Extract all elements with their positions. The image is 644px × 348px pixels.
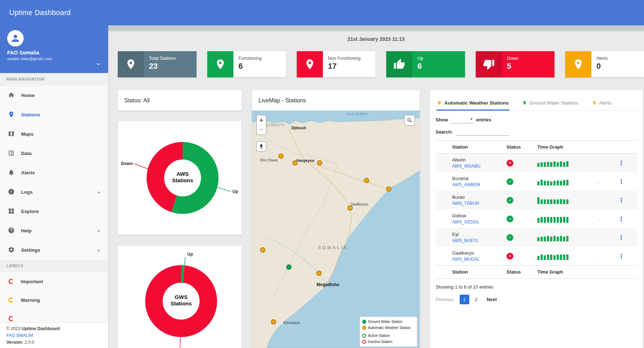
time-graph-sparkline xyxy=(537,252,593,260)
chevron-down-icon[interactable] xyxy=(95,61,102,67)
table-row[interactable]: Burao AWS_TOBUR . ⋮ xyxy=(436,191,637,209)
search-icon xyxy=(407,117,413,124)
kebab-menu-icon[interactable]: ⋮ xyxy=(616,154,637,173)
sidebar-item-help[interactable]: Help + xyxy=(0,221,108,240)
station-marker-aws[interactable] xyxy=(271,320,276,324)
sidebar-item-data[interactable]: Data xyxy=(0,144,108,163)
horizontal-scrollbar[interactable] xyxy=(108,25,644,31)
status-badge xyxy=(507,178,513,185)
sidebar-item-maps[interactable]: Maps xyxy=(0,124,108,144)
aws-donut-chart: Down Up AWS Stations xyxy=(118,121,242,235)
station-marker-aws[interactable] xyxy=(318,161,322,165)
column-header-time-graph[interactable]: Time Graph xyxy=(535,141,595,154)
sidebar-label-warning[interactable]: Warning xyxy=(0,291,108,309)
label-icon xyxy=(9,316,14,321)
copyright-year: © 2023 xyxy=(6,326,20,331)
page-2-button[interactable]: 2 xyxy=(471,295,481,304)
column-footer-status: Status xyxy=(504,266,535,279)
station-marker-aws[interactable] xyxy=(364,178,369,183)
station-code-link[interactable]: AWS_AWBOR xyxy=(452,182,480,187)
important-label-icon xyxy=(9,279,14,284)
version-label: Version: xyxy=(6,340,23,345)
next-page-button[interactable]: Next xyxy=(487,297,497,302)
kebab-menu-icon[interactable]: ⋮ xyxy=(616,247,637,266)
sidebar-label-important[interactable]: Important xyxy=(0,272,108,291)
time-graph-sparkline xyxy=(537,196,593,204)
donut-label-up: Up xyxy=(187,252,193,257)
station-code-link[interactable]: AWS_GEDOL xyxy=(452,219,479,224)
previous-page-button[interactable]: Previous xyxy=(436,297,454,302)
station-marker-aws[interactable] xyxy=(317,271,321,276)
station-marker-aws[interactable] xyxy=(279,154,284,159)
sidebar-item-label: Explore xyxy=(21,209,39,214)
sidebar-item-home[interactable]: Home xyxy=(0,86,108,105)
kebab-menu-icon[interactable]: ⋮ xyxy=(616,191,637,209)
station-marker-aws[interactable] xyxy=(348,206,353,211)
time-graph-sparkline xyxy=(537,233,593,241)
map-label-dire-dawa: Dire Dawa xyxy=(260,158,277,162)
donut-center-line1: AWS xyxy=(176,171,189,177)
download-icon xyxy=(258,144,264,149)
station-code-link[interactable]: AWS_MUGAL xyxy=(452,257,479,262)
table-row[interactable]: Aburin AWS_WGABU . ⋮ xyxy=(436,154,637,173)
map-label-mogadishu: Mogadishu xyxy=(316,282,339,287)
pin-icon xyxy=(592,100,597,106)
sidebar-item-stations[interactable]: Stations xyxy=(0,105,108,124)
station-name: Eyl xyxy=(452,232,502,237)
entries-summary: Showing 1 to 6 of 10 entries xyxy=(436,284,637,290)
tab-automatic-weather-stations[interactable]: Automatic Weather Stations xyxy=(436,97,509,111)
expand-plus-icon[interactable]: + xyxy=(97,189,100,195)
kebab-menu-icon[interactable]: ⋮ xyxy=(616,209,637,228)
legend-item-active-station: Active Station xyxy=(362,333,415,339)
sidebar: FAO Somalia swalim.data@gmail.com MAIN N… xyxy=(0,25,108,348)
zoom-out-button[interactable]: − xyxy=(257,125,266,135)
map-search-button[interactable] xyxy=(404,115,415,126)
station-code-link[interactable]: AWS_TOBUR xyxy=(452,201,479,206)
kebab-menu-icon[interactable]: ⋮ xyxy=(616,228,637,247)
expand-plus-icon[interactable]: + xyxy=(97,247,100,253)
sidebar-item-explore[interactable]: Explore xyxy=(0,202,108,221)
expand-plus-icon[interactable]: + xyxy=(97,228,100,234)
entries-label: entries xyxy=(476,117,492,122)
column-footer xyxy=(595,266,616,279)
map-area[interactable]: Gulf of Aden DJIBOUTI Djibouti Dire Dawa… xyxy=(252,111,420,348)
user-panel[interactable]: FAO Somalia swalim.data@gmail.com xyxy=(0,25,108,73)
station-marker-aws[interactable] xyxy=(387,187,391,192)
map-label-djibouti-city: Djibouti xyxy=(291,126,306,130)
table-row[interactable]: Dollow AWS_GEDOL . ⋮ xyxy=(436,209,637,228)
station-name: Borama xyxy=(452,176,502,181)
zoom-in-button[interactable]: + xyxy=(257,115,266,125)
sidebar-item-alerts[interactable]: Alerts xyxy=(0,163,108,182)
tab-alerts[interactable]: Alerts xyxy=(591,97,612,111)
map-download-button[interactable] xyxy=(256,141,266,151)
app-title: Uptime Dashboard xyxy=(9,9,71,17)
map-canvas[interactable]: Gulf of Aden DJIBOUTI Djibouti Dire Dawa… xyxy=(252,111,420,348)
station-code-link[interactable]: AWS_WGABU xyxy=(452,164,480,169)
table-row[interactable]: Eyl AWS_NUEYL . ⋮ xyxy=(436,228,637,247)
table-row[interactable]: Borama AWS_AWBOR . ⋮ xyxy=(436,172,637,191)
sidebar-item-settings[interactable]: Settings + xyxy=(0,240,108,260)
station-marker-gws[interactable] xyxy=(287,265,291,270)
entries-select[interactable] xyxy=(451,116,473,124)
station-marker-aws[interactable] xyxy=(261,248,265,252)
stat-label: Up xyxy=(417,56,461,61)
kebab-menu-icon[interactable]: ⋮ xyxy=(616,172,637,191)
sidebar-item-label: Settings xyxy=(21,247,40,253)
donut-center-line2: Stations xyxy=(172,177,193,183)
column-header-station[interactable]: Station xyxy=(450,141,504,154)
fao-swalim-link[interactable]: FAO SWALIM xyxy=(6,332,33,339)
column-header-status[interactable]: Status xyxy=(504,141,535,154)
sidebar-item-logs[interactable]: Logs + xyxy=(0,182,108,202)
column-header[interactable] xyxy=(436,141,450,154)
search-input[interactable] xyxy=(456,128,509,136)
page-1-button[interactable]: 1 xyxy=(460,295,469,304)
table-row[interactable]: Gaalkacyo AWS_MUGAL . ⋮ xyxy=(436,247,637,266)
sidebar-item-label: Maps xyxy=(21,131,34,137)
station-code-link[interactable]: AWS_NUEYL xyxy=(452,238,479,243)
search-label: Search: xyxy=(436,129,453,135)
status-filter-card: Status: All xyxy=(118,90,242,111)
row-dot: . xyxy=(595,191,616,209)
station-marker-aws[interactable] xyxy=(293,161,297,165)
home-icon xyxy=(8,92,15,99)
tab-ground-water-stations[interactable]: Ground Water Stations xyxy=(522,97,579,111)
